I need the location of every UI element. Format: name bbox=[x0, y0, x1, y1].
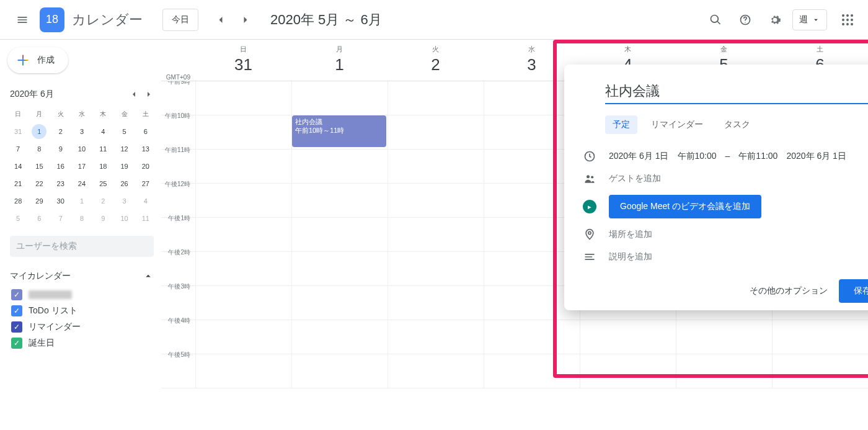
mini-day[interactable]: 8 bbox=[74, 211, 89, 226]
time-cell[interactable] bbox=[388, 150, 484, 183]
time-cell[interactable] bbox=[388, 184, 484, 217]
mini-day[interactable]: 16 bbox=[53, 159, 68, 174]
mini-day[interactable]: 12 bbox=[117, 141, 132, 156]
time-cell[interactable] bbox=[388, 218, 484, 251]
mini-day[interactable]: 23 bbox=[53, 176, 68, 191]
mini-day[interactable]: 26 bbox=[117, 176, 132, 191]
time-cell[interactable] bbox=[580, 354, 676, 388]
mini-day[interactable]: 14 bbox=[11, 159, 25, 174]
calendar-item[interactable]: ✓リマインダー bbox=[7, 319, 156, 335]
settings-icon[interactable] bbox=[763, 7, 787, 32]
mini-day[interactable]: 18 bbox=[95, 159, 110, 174]
time-cell[interactable] bbox=[195, 150, 291, 183]
time-cell[interactable] bbox=[291, 320, 388, 354]
apps-icon[interactable] bbox=[837, 9, 858, 30]
today-button[interactable]: 今日 bbox=[162, 9, 198, 31]
mini-day[interactable]: 22 bbox=[32, 176, 46, 191]
mini-day[interactable]: 3 bbox=[74, 124, 89, 139]
checkbox-icon[interactable]: ✓ bbox=[11, 321, 22, 333]
time-cell[interactable] bbox=[676, 320, 772, 354]
time-cell[interactable] bbox=[195, 115, 291, 149]
time-cell[interactable] bbox=[388, 81, 484, 115]
checkbox-icon[interactable]: ✓ bbox=[11, 338, 22, 349]
mini-day[interactable]: 5 bbox=[11, 211, 25, 226]
time-cell[interactable] bbox=[291, 252, 388, 285]
mini-day[interactable]: 15 bbox=[32, 159, 46, 174]
time-cell[interactable] bbox=[195, 218, 291, 251]
mini-day[interactable]: 6 bbox=[32, 211, 46, 226]
mini-day[interactable]: 25 bbox=[95, 176, 110, 191]
add-google-meet-button[interactable]: Google Meet のビデオ会議を追加 bbox=[609, 195, 761, 218]
mini-day[interactable]: 7 bbox=[11, 141, 25, 156]
mini-day[interactable]: 30 bbox=[53, 194, 68, 208]
time-cell[interactable] bbox=[195, 184, 291, 217]
mini-day[interactable]: 7 bbox=[53, 211, 68, 226]
event-block[interactable]: 社内会議午前10時～11時 bbox=[292, 115, 386, 147]
mini-day[interactable]: 11 bbox=[138, 211, 153, 226]
mini-next-button[interactable] bbox=[141, 87, 156, 102]
day-header[interactable]: 月1 bbox=[291, 40, 388, 81]
mini-day[interactable]: 3 bbox=[117, 194, 132, 208]
time-cell[interactable] bbox=[291, 218, 388, 251]
calendar-item[interactable]: ✓誕生日 bbox=[7, 335, 156, 351]
add-location-row[interactable]: 場所を追加 bbox=[574, 223, 868, 246]
mini-day[interactable]: 10 bbox=[117, 211, 132, 226]
time-cell[interactable] bbox=[484, 320, 580, 354]
search-icon[interactable] bbox=[703, 7, 728, 32]
mini-day[interactable]: 2 bbox=[53, 124, 68, 139]
time-cell[interactable] bbox=[388, 115, 484, 149]
time-cell[interactable] bbox=[388, 354, 484, 388]
mini-calendar[interactable]: 日月火水木金土311234567891011121314151617181920… bbox=[7, 105, 156, 227]
mini-day[interactable]: 2 bbox=[95, 194, 110, 208]
time-cell[interactable] bbox=[195, 252, 291, 285]
more-options-button[interactable]: その他のオプション bbox=[748, 280, 829, 302]
time-cell[interactable] bbox=[291, 81, 388, 115]
day-header[interactable]: 火2 bbox=[388, 40, 484, 81]
mini-day[interactable]: 27 bbox=[138, 176, 153, 191]
mini-prev-button[interactable] bbox=[126, 87, 141, 102]
mini-day[interactable]: 29 bbox=[32, 194, 46, 208]
menu-icon[interactable] bbox=[10, 7, 35, 32]
time-cell[interactable] bbox=[291, 184, 388, 217]
time-cell[interactable] bbox=[388, 286, 484, 320]
time-cell[interactable] bbox=[484, 354, 580, 388]
checkbox-icon[interactable]: ✓ bbox=[11, 289, 22, 300]
mini-day[interactable]: 9 bbox=[95, 211, 110, 226]
mini-day[interactable]: 9 bbox=[53, 141, 68, 156]
time-cell[interactable] bbox=[772, 320, 868, 354]
my-calendars-header[interactable]: マイカレンダー bbox=[7, 266, 156, 287]
save-button[interactable]: 保存 bbox=[839, 279, 868, 303]
mini-day[interactable]: 19 bbox=[117, 159, 132, 174]
checkbox-icon[interactable]: ✓ bbox=[11, 305, 22, 316]
mini-day[interactable]: 21 bbox=[11, 176, 25, 191]
prev-week-button[interactable] bbox=[211, 10, 231, 30]
event-type-tab[interactable]: リマインダー bbox=[644, 115, 711, 134]
mini-day[interactable]: 1 bbox=[32, 124, 46, 139]
add-description-row[interactable]: 説明を追加 bbox=[574, 246, 868, 268]
mini-day[interactable]: 28 bbox=[11, 194, 25, 208]
time-cell[interactable] bbox=[195, 320, 291, 354]
time-cell[interactable]: 社内会議午前10時～11時 bbox=[291, 115, 388, 149]
event-title-input[interactable] bbox=[605, 81, 868, 104]
help-icon[interactable] bbox=[733, 7, 758, 32]
event-type-tab[interactable]: 予定 bbox=[605, 115, 637, 134]
mini-day[interactable]: 5 bbox=[117, 124, 132, 139]
time-cell[interactable] bbox=[388, 252, 484, 285]
time-cell[interactable] bbox=[291, 354, 388, 388]
mini-day[interactable]: 6 bbox=[138, 124, 153, 139]
calendar-item[interactable]: ✓ToDo リスト bbox=[7, 303, 156, 319]
time-cell[interactable] bbox=[195, 354, 291, 388]
mini-day[interactable]: 11 bbox=[95, 141, 110, 156]
time-cell[interactable] bbox=[772, 354, 868, 388]
time-cell[interactable] bbox=[580, 320, 676, 354]
mini-day[interactable]: 1 bbox=[74, 194, 89, 208]
calendar-item[interactable]: ✓ bbox=[7, 287, 156, 303]
next-week-button[interactable] bbox=[236, 10, 255, 30]
time-cell[interactable] bbox=[388, 320, 484, 354]
event-type-tab[interactable]: タスク bbox=[717, 115, 758, 134]
time-cell[interactable] bbox=[291, 286, 388, 320]
time-cell[interactable] bbox=[676, 354, 772, 388]
mini-day[interactable]: 4 bbox=[95, 124, 110, 139]
mini-day[interactable]: 13 bbox=[138, 141, 153, 156]
mini-day[interactable]: 4 bbox=[138, 194, 153, 208]
